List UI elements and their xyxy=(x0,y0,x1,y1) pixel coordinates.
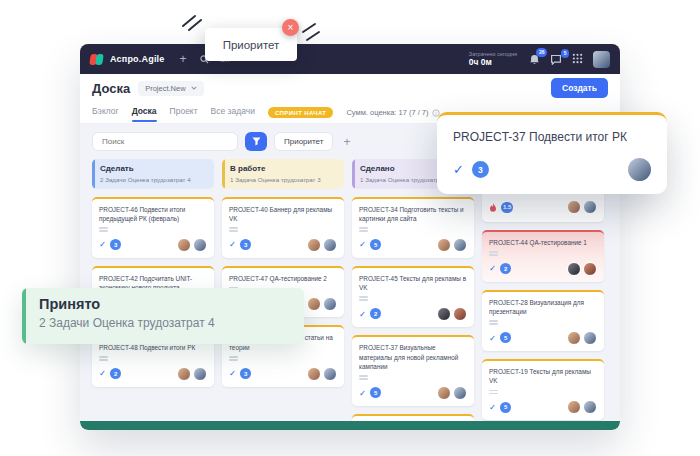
task-card-title: PROJECT-47 QA-тестирование 2 xyxy=(229,274,337,284)
column-meta: 2 Задачи Оценка трудозатрат 4 xyxy=(100,176,206,183)
avatar xyxy=(307,238,321,252)
check-icon: ✓ xyxy=(229,369,236,378)
quick-add-icon[interactable]: + xyxy=(180,53,187,65)
check-icon: ✓ xyxy=(229,240,236,249)
messages-button[interactable]: 5 xyxy=(550,54,562,65)
filter-chip-priority[interactable]: Приоритет xyxy=(274,132,333,151)
check-icon: ✓ xyxy=(359,389,366,398)
fire-icon xyxy=(489,203,497,212)
column-title: В работе xyxy=(230,164,336,173)
check-icon: ✓ xyxy=(489,403,496,412)
close-icon: × xyxy=(288,23,294,33)
assignee-avatars xyxy=(175,238,207,252)
user-avatar[interactable] xyxy=(593,51,610,68)
check-icon: ✓ xyxy=(359,240,366,249)
description-icon xyxy=(99,227,207,232)
check-icon: ✓ xyxy=(453,163,464,176)
task-card-title: PROJECT-37 Визуальные материалы для ново… xyxy=(359,343,467,372)
avatar xyxy=(323,297,337,311)
task-card-title: PROJECT-28 Визуализация для презентации xyxy=(489,298,597,317)
add-filter-button[interactable]: + xyxy=(340,136,353,148)
tab-доска[interactable]: Доска xyxy=(132,103,157,122)
estimate-badge: 3 xyxy=(472,161,489,178)
create-button[interactable]: Создать xyxy=(551,78,608,98)
apps-grid-icon[interactable] xyxy=(572,50,583,68)
avatar xyxy=(193,367,207,381)
task-card-title: PROJECT-40 Баннер для рекламы VK xyxy=(229,205,337,224)
tab-проект[interactable]: Проект xyxy=(170,103,198,122)
board-column-4: 1.5PROJECT-44 QA-тестирование 1✓2PROJECT… xyxy=(482,159,604,430)
task-card-title: PROJECT-44 QA-тестирование 1 xyxy=(489,238,597,248)
estimate-badge: 5 xyxy=(500,332,511,343)
sprint-status-badge: СПРИНТ НАЧАТ xyxy=(268,107,334,118)
description-icon xyxy=(229,227,337,232)
app-window: Аспро.Agile + Сп Затрачено сегодня 0ч 0м… xyxy=(80,44,620,430)
column-header: Сделать2 Задачи Оценка трудозатрат 4 xyxy=(92,159,214,189)
task-popup-card[interactable]: PROJECT-37 Подвести итог РК ✓ 3 xyxy=(437,112,667,194)
task-card[interactable]: PROJECT-40 Баннер для рекламы VK✓3 xyxy=(222,197,344,258)
avatar xyxy=(307,367,321,381)
chat-icon xyxy=(550,54,562,65)
page: Аспро.Agile + Сп Затрачено сегодня 0ч 0м… xyxy=(0,0,700,456)
avatar xyxy=(307,297,321,311)
task-card[interactable]: PROJECT-45 Тексты для рекламы в VK✓2 xyxy=(352,266,474,327)
search-input[interactable] xyxy=(100,136,230,147)
avatar xyxy=(567,262,581,276)
task-card-footer: ✓2 xyxy=(489,262,597,276)
tab-бэклог[interactable]: Бэклог xyxy=(92,103,119,122)
avatar xyxy=(177,238,191,252)
avatar xyxy=(453,307,467,321)
time-tracker-value: 0ч 0м xyxy=(469,57,517,67)
tooltip-close-button[interactable]: × xyxy=(282,19,299,36)
estimate-badge: 3 xyxy=(240,368,251,379)
task-card-footer: ✓2 xyxy=(359,307,467,321)
task-card[interactable]: PROJECT-37 Визуальные материалы для ново… xyxy=(352,335,474,406)
filter-button[interactable] xyxy=(245,132,267,151)
check-icon: ✓ xyxy=(99,369,106,378)
description-icon xyxy=(489,320,597,325)
accepted-column-callout: Принято 2 Задачи Оценка трудозатрат 4 xyxy=(22,288,304,344)
avatar xyxy=(583,262,597,276)
assignee-avatar xyxy=(628,158,651,181)
notifications-button[interactable]: 26 xyxy=(529,53,540,65)
messages-badge: 5 xyxy=(561,49,569,58)
task-card-title: PROJECT-34 Подготовить тексты и картинки… xyxy=(359,205,467,224)
estimate-badge: 1.5 xyxy=(501,202,513,213)
avatar xyxy=(437,386,451,400)
accepted-meta: 2 Задачи Оценка трудозатрат 4 xyxy=(39,316,290,330)
task-card[interactable]: PROJECT-28 Визуализация для презентации✓… xyxy=(482,290,604,351)
avatar xyxy=(323,238,337,252)
task-card[interactable]: PROJECT-46 Подвести итоги предыдущей РК … xyxy=(92,197,214,258)
task-card[interactable]: PROJECT-44 QA-тестирование 1✓2 xyxy=(482,230,604,282)
description-icon xyxy=(489,251,597,256)
avatar xyxy=(193,238,207,252)
footer-strip xyxy=(80,421,620,430)
tabs: БэклогДоскаПроектВсе задачи xyxy=(92,103,255,122)
description-icon xyxy=(489,390,597,395)
check-icon: ✓ xyxy=(489,264,496,273)
assignee-avatars xyxy=(565,200,597,214)
task-popup-title: PROJECT-37 Подвести итог РК xyxy=(453,130,651,144)
avatar xyxy=(567,400,581,414)
column-meta: 1 Задача Оценка трудозатрат 3 xyxy=(230,176,336,183)
avatar xyxy=(567,331,581,345)
description-icon xyxy=(359,227,467,232)
description-icon xyxy=(229,356,337,361)
project-select[interactable]: Project.New xyxy=(138,81,203,96)
task-card-footer: ✓5 xyxy=(359,386,467,400)
estimate-badge: 3 xyxy=(240,239,251,250)
estimate-badge: 2 xyxy=(370,308,381,319)
task-card[interactable]: PROJECT-19 Тексты для рекламы VK✓5 xyxy=(482,359,604,420)
tab-все-задачи[interactable]: Все задачи xyxy=(211,103,255,122)
svg-text:i: i xyxy=(435,110,436,115)
task-card[interactable]: PROJECT-34 Подготовить тексты и картинки… xyxy=(352,197,474,258)
assignee-avatars xyxy=(305,367,337,381)
avatar xyxy=(567,200,581,214)
app-name: Аспро.Agile xyxy=(110,54,165,64)
page-title: Доска xyxy=(92,81,130,96)
task-card-footer: 1.5 xyxy=(489,198,597,216)
avatar xyxy=(323,367,337,381)
assignee-avatars xyxy=(305,238,337,252)
task-card-title: PROJECT-19 Тексты для рекламы VK xyxy=(489,367,597,386)
assignee-avatars xyxy=(305,297,337,311)
